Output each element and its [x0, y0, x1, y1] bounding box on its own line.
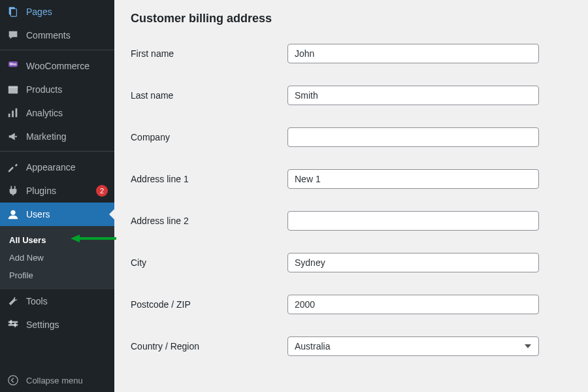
submenu-add-new[interactable]: Add New	[0, 249, 114, 267]
input-last-name[interactable]	[287, 86, 539, 105]
menu-label: Analytics	[26, 108, 108, 118]
svg-point-10	[10, 210, 15, 215]
svg-point-9	[15, 136, 17, 138]
svg-marker-12	[71, 235, 80, 242]
pages-icon	[7, 5, 20, 18]
section-title: Customer billing address	[131, 12, 572, 25]
row-city: City	[131, 253, 572, 272]
collapse-icon	[7, 374, 20, 387]
svg-rect-16	[14, 323, 16, 327]
menu-pages[interactable]: Pages	[0, 0, 114, 24]
row-first-name: First name	[131, 44, 572, 63]
select-country[interactable]: Australia	[287, 336, 539, 356]
plugins-icon	[7, 184, 20, 197]
users-icon	[7, 208, 20, 221]
label-company: Company	[131, 132, 287, 142]
label-last-name: Last name	[131, 90, 287, 101]
label-address1: Address line 1	[131, 174, 287, 184]
analytics-icon	[7, 106, 20, 120]
label-postcode: Postcode / ZIP	[131, 299, 287, 310]
svg-rect-7	[12, 110, 14, 117]
svg-rect-5	[8, 86, 18, 88]
submenu-label: Profile	[9, 270, 33, 280]
menu-label: Comments	[26, 30, 108, 41]
menu-woocommerce[interactable]: Woo WooCommerce	[0, 54, 114, 78]
svg-rect-4	[8, 87, 18, 93]
highlight-arrow-icon	[71, 233, 116, 244]
label-city: City	[131, 257, 287, 268]
menu-settings[interactable]: Settings	[0, 313, 114, 336]
svg-rect-15	[10, 320, 12, 324]
menu-label: WooCommerce	[26, 61, 108, 71]
label-first-name: First name	[131, 48, 287, 59]
settings-icon	[7, 318, 20, 331]
menu-products[interactable]: Products	[0, 78, 114, 101]
input-address2[interactable]	[287, 211, 539, 231]
row-country: Country / Region Australia	[131, 336, 572, 356]
menu-tools[interactable]: Tools	[0, 289, 114, 313]
menu-appearance[interactable]: Appearance	[0, 155, 114, 179]
menu-marketing[interactable]: Marketing	[0, 125, 114, 148]
svg-rect-6	[8, 114, 10, 117]
menu-label: Tools	[26, 296, 108, 306]
label-country: Country / Region	[131, 341, 287, 351]
plugins-badge: 2	[96, 185, 108, 197]
collapse-label: Collapse menu	[26, 376, 83, 385]
woo-icon: Woo	[7, 59, 20, 73]
svg-rect-8	[16, 108, 18, 118]
svg-rect-1	[10, 9, 16, 17]
tools-icon	[7, 295, 20, 308]
menu-label: Pages	[26, 7, 108, 17]
collapse-menu[interactable]: Collapse menu	[0, 368, 114, 392]
input-company[interactable]	[287, 127, 539, 147]
svg-rect-14	[8, 324, 18, 326]
input-city[interactable]	[287, 253, 539, 272]
comment-icon	[7, 29, 20, 42]
input-address1[interactable]	[287, 169, 539, 189]
menu-separator	[0, 148, 114, 152]
menu-comments[interactable]: Comments	[0, 24, 114, 47]
appearance-icon	[7, 161, 20, 174]
menu-label: Users	[26, 209, 108, 220]
submenu-label: All Users	[9, 235, 46, 245]
main-content: Customer billing address First name Last…	[114, 0, 588, 392]
input-first-name[interactable]	[287, 44, 539, 63]
menu-label: Marketing	[26, 131, 108, 142]
submenu-label: Add New	[9, 253, 44, 263]
menu-label: Products	[26, 84, 108, 95]
marketing-icon	[7, 130, 20, 143]
svg-text:Woo: Woo	[10, 63, 17, 66]
row-last-name: Last name	[131, 86, 572, 105]
menu-analytics[interactable]: Analytics	[0, 101, 114, 125]
row-address2: Address line 2	[131, 211, 572, 231]
users-submenu: All Users Add New Profile	[0, 226, 114, 289]
menu-users[interactable]: Users	[0, 203, 114, 226]
submenu-all-users[interactable]: All Users	[0, 231, 114, 249]
row-postcode: Postcode / ZIP	[131, 295, 572, 314]
svg-point-17	[8, 376, 18, 385]
menu-label: Plugins	[26, 186, 93, 196]
select-wrap: Australia	[287, 336, 539, 356]
menu-label: Appearance	[26, 162, 108, 172]
products-icon	[7, 83, 20, 96]
input-postcode[interactable]	[287, 295, 539, 314]
menu-label: Settings	[26, 319, 108, 330]
svg-rect-13	[8, 321, 18, 323]
admin-sidebar: Pages Comments Woo WooCommerce Products …	[0, 0, 114, 392]
label-address2: Address line 2	[131, 216, 287, 226]
menu-plugins[interactable]: Plugins 2	[0, 179, 114, 203]
menu-separator	[0, 47, 114, 50]
row-company: Company	[131, 127, 572, 147]
row-address1: Address line 1	[131, 169, 572, 189]
submenu-profile[interactable]: Profile	[0, 267, 114, 284]
